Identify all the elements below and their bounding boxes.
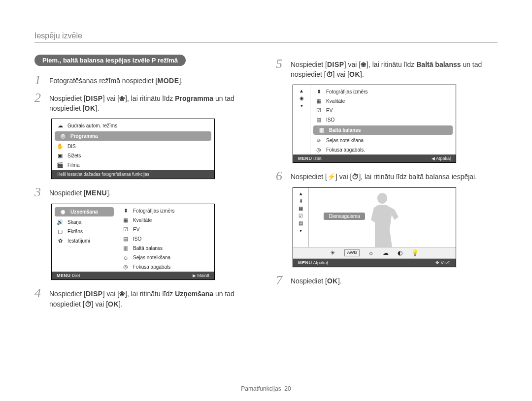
mode-list-panel: ☁Gudrais autom. režīms ◎Programma ✋DIS ▣… — [51, 119, 215, 180]
menu-key: MENU — [298, 156, 312, 161]
sun-icon: ☀ — [330, 249, 335, 256]
right-arrow-icon: ▶ — [193, 273, 196, 278]
flower-icon: ❀ — [119, 290, 125, 298]
ok-key: OK — [108, 299, 119, 309]
menu-key: MENU — [57, 273, 71, 278]
menu-key: MENU — [298, 260, 312, 265]
timer-icon: ⏱ — [352, 173, 359, 181]
sun-bright-icon: ☼ — [368, 249, 374, 256]
step-number: 7 — [276, 274, 286, 287]
ok-key: OK — [349, 69, 360, 79]
left-arrow-icon: ◀ — [432, 156, 435, 161]
step-number: 2 — [34, 92, 44, 114]
list-item: ▤ISO — [117, 234, 214, 244]
step-3: 3 Nospiediet [MENU]. — [34, 186, 256, 199]
hand-icon: ✋ — [57, 143, 64, 150]
list-item: ▢Ekrāns — [52, 227, 117, 236]
section-header: Iespēju izvēle — [34, 31, 498, 43]
list-item: ▥Baltā balanss — [117, 244, 214, 253]
list-item-selected: ◎Programma — [55, 131, 211, 141]
ok-key: OK — [327, 276, 338, 286]
panel-caption: Tieši iestatiet dažādas fotografēšanas f… — [52, 170, 214, 179]
step-text: Fotografēšanas režīmā nospiediet [MODE]. — [49, 74, 183, 87]
page-footer: Pamatfunkcijas 20 — [0, 385, 532, 392]
flower-icon: ❀ — [361, 61, 366, 68]
white-balance-panel: ▲⬍▦☑▤▾ Dienasgaisma ☀ AWB ☼ ☁ ◐ 💡 — [293, 187, 456, 267]
list-item-selected: ▥Baltā balanss — [313, 125, 453, 135]
step-text: Nospiediet [⚡] vai [⏱], lai ritinātu līd… — [291, 170, 477, 183]
step-number: 5 — [276, 58, 286, 80]
step-5: 5 Nospiediet [DISP] vai [❀], lai ritināt… — [276, 58, 498, 80]
step-1: 1 Fotografēšanas režīmā nospiediet [MODE… — [34, 74, 256, 87]
menu-key: MENU — [86, 188, 107, 198]
nav-icon: ✥ — [435, 260, 439, 265]
step-6: 6 Nospiediet [⚡] vai [⏱], lai ritinātu l… — [276, 170, 498, 183]
flower-icon: ❀ — [119, 94, 125, 102]
timer-icon: ⏱ — [85, 300, 92, 308]
list-item: ◎Fokusa apgabals. — [310, 145, 456, 154]
list-item: ▣Sižets — [52, 151, 214, 160]
tungsten-icon: ◐ — [398, 249, 402, 256]
mode-key: MODE — [157, 76, 179, 86]
step-number: 6 — [276, 170, 286, 183]
preview-area: Dienasgaisma — [309, 188, 456, 247]
ok-key: OK — [85, 103, 96, 113]
gear-icon: ✿ — [57, 238, 64, 244]
list-item: ⬍Fotogrāfijas izmērs — [117, 206, 214, 216]
list-item: 🎬Filma — [52, 160, 214, 170]
panel-footer: MENU Iziet ◀ Atpakaļ — [293, 154, 456, 162]
cloud-icon: ☁ — [383, 249, 389, 256]
scroll-icon: ▲ — [299, 88, 304, 93]
right-column: 5 Nospiediet [DISP] vai [❀], lai ritināt… — [276, 55, 498, 314]
scene-icon: ▣ — [57, 153, 64, 159]
step-4: 4 Nospiediet [DISP] vai [❀], lai ritināt… — [34, 287, 256, 309]
list-item: ☁Gudrais autom. režīms — [52, 121, 214, 130]
list-item: ✋DIS — [52, 142, 214, 151]
awb-icon: AWB — [344, 249, 359, 256]
cloud-icon: ☁ — [57, 123, 64, 129]
step-text: Nospiediet [DISP] vai [❀], lai ritinātu … — [49, 92, 256, 114]
list-item: ▦Kvalitāte — [310, 96, 456, 106]
settings-panel: ▲ ◉ ▾ ⬍Fotogrāfijas izmērs ▦Kvalitāte ☑E… — [293, 85, 456, 163]
disp-key: DISP — [86, 289, 103, 299]
step-text: Nospiediet [DISP] vai [❀], lai ritinātu … — [49, 287, 256, 309]
list-item: ◎Fokusa apgabals — [117, 262, 214, 272]
example-pill: Piem., baltā balansa iespējas izvēle P r… — [34, 55, 186, 66]
film-icon: 🎬 — [57, 162, 64, 168]
bulb-icon: 💡 — [411, 249, 419, 256]
flash-icon: ⚡ — [327, 173, 335, 181]
list-item: ☺Sejas noteikšana — [310, 136, 456, 145]
person-silhouette-icon — [365, 193, 399, 247]
timer-icon: ⏱ — [326, 70, 333, 78]
wb-option-label: Dienasgaisma — [324, 213, 365, 220]
step-number: 1 — [34, 74, 44, 87]
step-2: 2 Nospiediet [DISP] vai [❀], lai ritināt… — [34, 92, 256, 114]
list-item: ⬍Fotogrāfijas izmērs — [310, 87, 456, 96]
camera-icon: ◎ — [60, 133, 66, 139]
list-item: 🔊Skaņa — [52, 217, 117, 227]
step-number: 3 — [34, 186, 44, 199]
camera-icon: ◉ — [60, 209, 66, 215]
list-item: ☑EV — [310, 106, 456, 115]
step-text: Nospiediet [MENU]. — [49, 186, 111, 199]
panel-footer: MENU Atpakaļ ✥ Virzīt — [293, 259, 456, 267]
step-number: 4 — [34, 287, 44, 309]
left-column: Piem., baltā balansa iespējas izvēle P r… — [34, 55, 256, 314]
list-item: ✿Iestatījumi — [52, 236, 117, 246]
list-item: ▦Kvalitāte — [117, 216, 214, 225]
list-item: ▤ISO — [310, 115, 456, 124]
disp-key: DISP — [327, 60, 344, 69]
camera-icon: ◉ — [299, 95, 304, 101]
panel-footer: MENU Iziet ▶ Mainīt — [52, 272, 214, 279]
step-text: Nospiediet [OK]. — [291, 274, 342, 287]
list-item: ☑EV — [117, 225, 214, 234]
page: Iespēju izvēle Piem., baltā balansa iesp… — [0, 0, 532, 401]
wb-option-strip: ☀ AWB ☼ ☁ ◐ 💡 — [293, 247, 456, 259]
list-item-selected: ◉Uzņemšana — [55, 207, 114, 216]
step-text: Nospiediet [DISP] vai [❀], lai ritinātu … — [291, 58, 498, 80]
display-icon: ▢ — [57, 228, 64, 235]
step-7: 7 Nospiediet [OK]. — [276, 274, 498, 287]
list-item: ☺Sejas noteikšana — [117, 253, 214, 262]
two-column-layout: Piem., baltā balansa iespējas izvēle P r… — [34, 55, 498, 314]
disp-key: DISP — [86, 93, 103, 103]
